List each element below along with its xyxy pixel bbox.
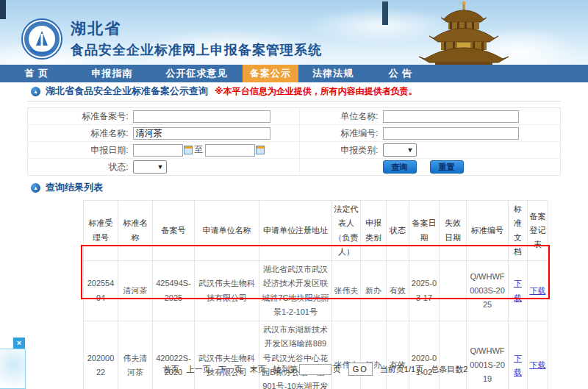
- cell-standard-name: 伟夫清河茶: [118, 321, 153, 389]
- column-header: 标准名称: [118, 201, 153, 261]
- cell-unit-name: 武汉伟夫生物科技有限公司: [195, 261, 259, 321]
- cell-status: 有效: [387, 261, 409, 321]
- status-label: 状态:: [39, 159, 131, 176]
- chevron-down-icon: ▼: [407, 146, 414, 154]
- search-form: 标准备案号: 单位名称: 标准名称: 标准编号: 申报日期: 至 申报类别: ▼: [27, 107, 561, 176]
- cell-expire-date: [440, 321, 467, 389]
- site-header: 湖北省 食品安全企业标准网上申报备案管理系统: [0, 0, 588, 65]
- notice-text: ※本平台信息为企业提供，所有内容由提供者负责。: [215, 85, 417, 98]
- cell-record-no: 420022S-2020: [153, 321, 195, 389]
- goto-page-input[interactable]: [299, 364, 331, 375]
- health-commission-emblem-icon: [21, 18, 63, 60]
- standard-name-input[interactable]: [133, 127, 270, 140]
- cell-record-date: 2025-03-17: [409, 261, 440, 321]
- region-title: 湖北省: [71, 18, 322, 39]
- pagination-prev[interactable]: 上一页: [187, 364, 211, 375]
- widget-close-button[interactable]: ×: [13, 338, 25, 349]
- nav-item-announcement[interactable]: 公 告: [368, 65, 434, 82]
- nav-item-declare-guide[interactable]: 申报指南: [74, 65, 151, 82]
- date-separator: 至: [195, 144, 204, 154]
- nav-item-home[interactable]: 首 页: [0, 65, 74, 82]
- form-row: 状态: ▼ 查询重置: [28, 159, 561, 176]
- column-header: 申请单位名称: [195, 201, 259, 261]
- cell-record-no: 425494S-2025: [153, 261, 195, 321]
- declare-type-label: 申报类别:: [300, 142, 381, 159]
- nav-item-public-comments[interactable]: 公开征求意见: [151, 65, 243, 82]
- cell-unit-name: 武汉伟夫生物科技有限公司: [195, 321, 259, 389]
- declare-date-label: 申报日期:: [39, 142, 131, 159]
- cell-accept-no: 20255494: [84, 261, 118, 321]
- query-button[interactable]: 查询: [383, 160, 417, 174]
- cell-unit-address: 湖北省武汉市武汉经济技术开发区联城路7C地块阳光丽景1-2-101号: [259, 261, 332, 321]
- go-button[interactable]: GO: [348, 363, 373, 376]
- column-header: 备案日期: [409, 201, 440, 261]
- results-table: 标准受理号 标准名称 备案号 申请单位名称 申请单位注册地址 法定代表人（负责人…: [83, 200, 548, 389]
- pagination-next[interactable]: 下一页: [218, 364, 243, 375]
- column-header: 标准编号: [467, 201, 509, 261]
- column-header: 备案登记表: [528, 201, 548, 261]
- cell-accept-no: 20200022: [84, 321, 118, 389]
- declare-type-select[interactable]: ▼: [383, 143, 417, 157]
- close-icon: ×: [17, 338, 21, 347]
- cell-declare-type: 新办: [361, 321, 387, 389]
- form-row: 申报日期: 至 申报类别: ▼: [28, 142, 561, 159]
- chevron-down-icon: ▼: [157, 163, 164, 171]
- arrow-bullet-icon: ▲: [31, 87, 40, 96]
- unit-name-input[interactable]: [383, 110, 519, 123]
- results-table-wrap: 标准受理号 标准名称 备案号 申请单位名称 申请单位注册地址 法定代表人（负责人…: [83, 200, 549, 389]
- column-header: 状态: [387, 201, 409, 261]
- table-row-highlighted: 20255494 清河茶 425494S-2025 武汉伟夫生物科技有限公司 湖…: [84, 261, 548, 321]
- cell-declare-type: 新办: [361, 261, 387, 321]
- page: 湖北省 食品安全企业标准网上申报备案管理系统 首 页 申报指南 公开征求意见 备…: [0, 0, 588, 389]
- download-record-form-link[interactable]: 下载: [530, 286, 546, 295]
- pagination-first[interactable]: 首页: [163, 364, 179, 375]
- standard-no-input[interactable]: [383, 127, 519, 140]
- cell-standard-no: Q/WHWF 0003S-2025: [467, 261, 509, 321]
- divider: [27, 101, 561, 101]
- site-title-block: 湖北省 食品安全企业标准网上申报备案管理系统: [71, 18, 322, 59]
- reset-button[interactable]: 重置: [430, 160, 464, 174]
- nav-item-laws[interactable]: 法律法规: [298, 65, 368, 82]
- results-title-row: ▲ 查询结果列表: [31, 181, 103, 194]
- standard-name-label: 标准名称:: [39, 125, 131, 142]
- standard-no-label: 标准编号:: [300, 125, 381, 142]
- status-select[interactable]: ▼: [133, 160, 167, 174]
- declare-date-from-input[interactable]: [133, 144, 183, 157]
- main-nav: 首 页 申报指南 公开征求意见 备案公示 法律法规 公 告: [0, 65, 588, 82]
- pagination: 首页 上一页 下一页 末页 转到第 页 GO 当前页1/1页 总条目数2: [83, 362, 548, 376]
- declare-date-to-input[interactable]: [205, 144, 255, 157]
- calendar-icon[interactable]: [256, 146, 265, 154]
- table-header-row: 标准受理号 标准名称 备案号 申请单位名称 申请单位注册地址 法定代表人（负责人…: [84, 201, 548, 261]
- column-header: 标准受理号: [84, 201, 118, 261]
- screen-edge-artifact: [0, 0, 6, 19]
- calendar-icon[interactable]: [184, 146, 193, 154]
- unit-name-label: 单位名称:: [300, 108, 381, 125]
- nav-item-record-publicity[interactable]: 备案公示: [243, 65, 298, 82]
- standard-record-no-input[interactable]: [133, 110, 270, 123]
- goto-prefix-label: 转到第: [273, 364, 298, 375]
- screen-edge-artifact: [382, 1, 388, 25]
- cell-standard-no: Q/WHWF 0001S-2019: [467, 321, 509, 389]
- goto-suffix-label: 页: [333, 364, 341, 375]
- yellow-crane-tower-graphic: [398, 0, 531, 65]
- form-row: 标准名称: 标准编号:: [28, 125, 561, 142]
- pagination-goto-group: 转到第 页: [273, 364, 341, 375]
- cell-unit-address: 武汉市东湖新技术开发区珞喻路889号武汉光谷中心花园B栋办公楼19层1901号-…: [259, 321, 332, 389]
- column-header: 申报类别: [361, 201, 387, 261]
- download-standard-doc-link[interactable]: 下载: [514, 279, 522, 301]
- table-row: 20200022 伟夫清河茶 420022S-2020 武汉伟夫生物科技有限公司…: [84, 321, 548, 389]
- section-title-row: ▲ 湖北省食品安全企业标准备案公示查询 ※本平台信息为企业提供，所有内容由提供者…: [31, 85, 417, 98]
- results-title: 查询结果列表: [46, 181, 103, 194]
- column-header: 失效日期: [440, 201, 467, 261]
- column-header: 申请单位注册地址: [259, 201, 332, 261]
- column-header: 备案号: [153, 201, 195, 261]
- cell-expire-date: [440, 261, 467, 321]
- cell-legal-rep: 张伟夫: [332, 261, 361, 321]
- cell-status: 有效: [387, 321, 409, 389]
- pagination-last[interactable]: 末页: [250, 364, 266, 375]
- arrow-bullet-icon: ▲: [31, 183, 40, 193]
- cell-legal-rep: 张伟夫: [332, 321, 361, 389]
- current-page-label: 当前页1/1页: [380, 364, 423, 375]
- floating-widget-panel[interactable]: [0, 349, 26, 389]
- standard-record-no-label: 标准备案号:: [39, 108, 131, 125]
